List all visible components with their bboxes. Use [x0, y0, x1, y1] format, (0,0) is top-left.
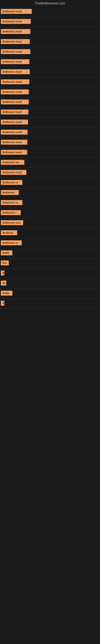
table-row: Bottleneck result [0, 87, 100, 98]
bottleneck-label[interactable]: Bo [1, 280, 6, 286]
table-row: Bottleneck result [0, 98, 100, 108]
bottleneck-label[interactable]: Bottleneck result [1, 39, 30, 44]
table-row: Bottleneck re [0, 198, 100, 208]
table-row: Bottleneck result [0, 128, 100, 138]
bottleneck-label[interactable]: Bottleneck result [1, 170, 26, 175]
table-row: Bottle [0, 288, 100, 299]
bottleneck-label[interactable]: Bottleneck result [1, 69, 30, 74]
table-row: Bottleneck result [0, 57, 100, 67]
bottleneck-label[interactable]: Bottleneck result [1, 140, 27, 145]
bottleneck-list: Bottleneck resultBottleneck resultBottle… [0, 7, 100, 309]
bottleneck-label[interactable]: Bottleneck result [1, 59, 29, 64]
table-row: Bottleneck re [0, 238, 100, 248]
bottleneck-label[interactable]: Bottleneck re [1, 240, 22, 245]
bottleneck-label[interactable]: Bottleneck result [1, 110, 28, 114]
bottleneck-label[interactable]: Bottleneck result [1, 29, 30, 34]
site-title: TheBottlenecker.com [0, 0, 100, 7]
table-row: Bottleneck result [0, 138, 100, 148]
bottleneck-label[interactable]: Bottleneck result [1, 120, 28, 124]
table-row: Bottleneck result [0, 47, 100, 57]
bottleneck-label[interactable]: Bottleneck result [1, 130, 28, 135]
bottleneck-label[interactable]: Bottle [1, 250, 12, 256]
table-row: Bottle [0, 248, 100, 258]
table-row: Bot [0, 258, 100, 268]
table-row: Bottlenec [0, 228, 100, 238]
bottleneck-label[interactable]: Bottleneck r [1, 210, 21, 215]
bottleneck-label[interactable]: Bottleneck result [1, 9, 32, 14]
table-row: Bottleneck result [0, 108, 100, 118]
table-row: Bottleneck result [0, 77, 100, 87]
bottleneck-label[interactable]: Bottleneck re [1, 200, 22, 205]
table-row: Bo [0, 278, 100, 288]
bottleneck-label[interactable]: Bottlenec [1, 230, 17, 235]
table-row: Bottleneck result [0, 118, 100, 128]
bottleneck-label[interactable]: Bottleneck result [1, 19, 31, 24]
bottleneck-label[interactable]: Bottleneck resu [1, 220, 23, 225]
table-row: Bottleneck result [0, 7, 100, 17]
table-row: B [0, 299, 100, 309]
table-row: Bottleneck res [0, 158, 100, 168]
table-row: B [0, 268, 100, 278]
bottleneck-label[interactable]: Bot [1, 260, 9, 266]
table-row: Bottleneck [0, 188, 100, 198]
table-row: Bottleneck result [0, 67, 100, 77]
table-row: Bottleneck result [0, 27, 100, 37]
bottleneck-label[interactable]: Bottleneck result [1, 89, 29, 94]
bottleneck-label[interactable]: Bottleneck result [1, 150, 27, 155]
bottleneck-label[interactable]: Bottleneck result [1, 100, 29, 104]
table-row: Bottleneck r [0, 208, 100, 218]
table-row: Bottleneck re [0, 178, 100, 188]
bottleneck-label[interactable]: Bottleneck res [1, 160, 24, 165]
bottleneck-label[interactable]: B [1, 301, 4, 306]
table-row: Bottleneck result [0, 37, 100, 47]
bottleneck-label[interactable]: Bottle [1, 290, 12, 296]
bottleneck-label[interactable]: Bottleneck result [1, 79, 29, 84]
table-row: Bottleneck result [0, 148, 100, 158]
bottleneck-label[interactable]: Bottleneck result [1, 49, 30, 54]
table-row: Bottleneck result [0, 17, 100, 27]
bottleneck-label[interactable]: Bottleneck [1, 190, 19, 195]
table-row: Bottleneck resu [0, 218, 100, 228]
bottleneck-label[interactable]: Bottleneck re [1, 180, 22, 185]
bottleneck-label[interactable]: B [1, 270, 4, 276]
table-row: Bottleneck result [0, 168, 100, 178]
